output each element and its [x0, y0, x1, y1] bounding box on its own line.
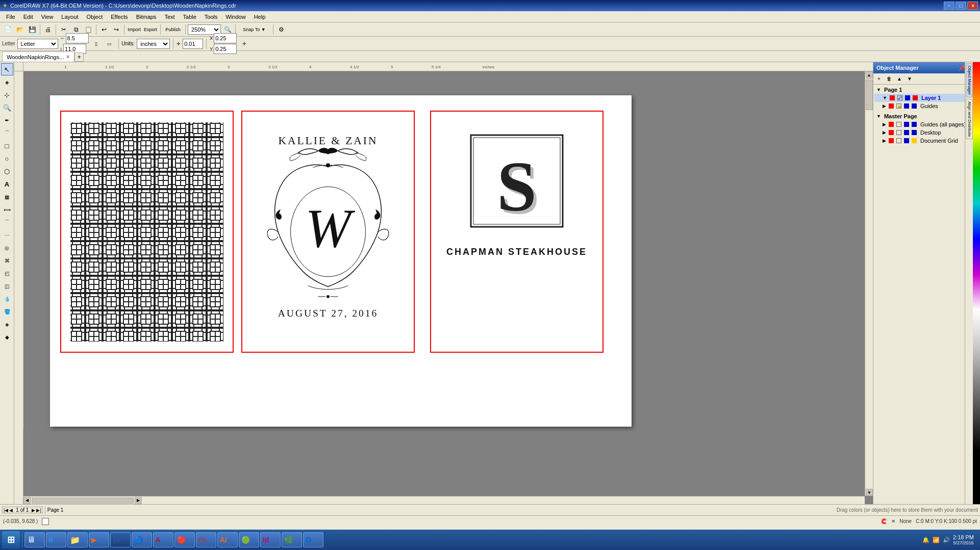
delete-layer-button[interactable]: 🗑: [885, 74, 894, 84]
blend-tool[interactable]: ⋯: [1, 229, 13, 241]
guides-all-item[interactable]: ▶ Guides (all pages): [874, 120, 972, 128]
ellipse-tool[interactable]: ○: [1, 152, 13, 165]
menu-text[interactable]: Text: [160, 13, 179, 21]
text-tool[interactable]: A: [1, 178, 13, 190]
menu-help[interactable]: Help: [250, 13, 270, 21]
docgrid-item[interactable]: ▶ Document Grid: [874, 137, 972, 145]
publish-button[interactable]: Publish: [163, 24, 183, 35]
coloreyedrop-tool[interactable]: 💧: [1, 293, 13, 305]
units-dropdown[interactable]: inches mm cm: [137, 39, 170, 49]
desktop-lock-icon[interactable]: [896, 130, 901, 135]
taskbar-network-icon[interactable]: 📶: [933, 537, 940, 543]
transparency-tool[interactable]: ◫: [1, 280, 13, 292]
docgrid-vis-icon[interactable]: [889, 138, 894, 143]
desktop-vis-icon[interactable]: [889, 130, 894, 135]
document-tab[interactable]: WoodenNapkinRings... ✕: [2, 51, 74, 62]
guides-lock-icon[interactable]: 🔒: [896, 103, 901, 109]
taskbar-illustrator[interactable]: Ai: [217, 532, 238, 547]
guides-item[interactable]: ▶ 🔒 Guides: [874, 102, 972, 110]
taskbar-adobe2[interactable]: Ps: [196, 532, 216, 547]
y-coord-input[interactable]: [214, 44, 237, 54]
layer1-print-icon[interactable]: [905, 95, 910, 100]
nudge-input[interactable]: [183, 39, 203, 49]
guides-all-lock-icon[interactable]: [896, 122, 901, 127]
taskbar-green2[interactable]: 🌿: [282, 532, 302, 547]
taskbar-files[interactable]: 📁: [67, 532, 88, 547]
redo-button[interactable]: ↪: [111, 24, 122, 35]
freehand-tool[interactable]: ✒: [1, 114, 13, 126]
page1-item[interactable]: ▼ Page 1: [874, 86, 972, 94]
page-width-input[interactable]: [66, 33, 89, 43]
menu-table[interactable]: Table: [179, 13, 200, 21]
crop-tool[interactable]: ⊹: [1, 89, 13, 101]
save-button[interactable]: 💾: [27, 24, 38, 35]
shadow-tool[interactable]: ◰: [1, 267, 13, 279]
print-button[interactable]: 🖨: [42, 24, 54, 35]
menu-object[interactable]: Object: [82, 13, 107, 21]
last-page-button[interactable]: ▶|: [36, 508, 41, 513]
master-page-item[interactable]: ▼ Master Page: [874, 112, 972, 120]
taskbar-green1[interactable]: 🟢: [239, 532, 259, 547]
taskbar-word[interactable]: W: [110, 532, 131, 547]
guides-vis-icon[interactable]: [889, 103, 894, 109]
menu-layout[interactable]: Layout: [57, 13, 82, 21]
layer1-item[interactable]: ▼ 🖊 Layer 1: [874, 94, 972, 102]
snaptogrid-button[interactable]: Snap To ▼: [238, 24, 271, 35]
move-up-button[interactable]: ▲: [895, 74, 904, 84]
x-coord-input[interactable]: [214, 33, 237, 43]
maximize-button[interactable]: □: [956, 2, 966, 10]
canvas-area[interactable]: 1 1 1/2 2 2 1/2 3 3 1/2 4 4 1/2 5 5 1/4 …: [14, 62, 873, 504]
contour-tool[interactable]: ◎: [1, 242, 13, 254]
taskbar-explorer[interactable]: 🖥: [24, 532, 45, 547]
desktop-item[interactable]: ▶ Desktop: [874, 128, 972, 137]
open-button[interactable]: 📂: [14, 24, 26, 35]
steakhouse-card[interactable]: S S CHAPMAN STEAKHOUSE: [430, 111, 604, 353]
apply-button[interactable]: ✛: [239, 38, 250, 49]
table-tool[interactable]: ▦: [1, 191, 13, 203]
menu-edit[interactable]: Edit: [19, 13, 37, 21]
menu-bitmaps[interactable]: Bitmaps: [132, 13, 161, 21]
page1-expand-icon[interactable]: ▼: [876, 87, 881, 92]
start-button[interactable]: ⊞: [2, 531, 20, 548]
next-page-button[interactable]: ▶: [32, 508, 35, 513]
obj-mgr-pin-button[interactable]: 📌: [959, 65, 965, 71]
connector-tool[interactable]: ⌒: [1, 216, 13, 228]
taskbar-clock[interactable]: 2:18 PM 5/27/2016: [953, 534, 974, 545]
taskbar-indesign[interactable]: Id: [260, 532, 281, 547]
taskbar-adobe1[interactable]: 🔴: [174, 532, 195, 547]
titlebar-controls[interactable]: − □ ✕: [944, 2, 978, 10]
zoom-tool[interactable]: 🔍: [1, 101, 13, 114]
taskbar-notification-area[interactable]: 🔔: [922, 537, 929, 543]
smart-fill-tool[interactable]: ◆: [1, 331, 13, 343]
color-palette-strip[interactable]: [973, 62, 980, 504]
import-button[interactable]: Import: [127, 24, 142, 35]
tab-close-button[interactable]: ✕: [66, 54, 70, 60]
portrait-button[interactable]: ▯: [91, 38, 102, 49]
docgrid-lock-icon[interactable]: [896, 138, 901, 143]
horizontal-scrollbar[interactable]: ◀ ▶: [23, 496, 865, 504]
paper-size-dropdown[interactable]: Letter: [17, 39, 58, 49]
align-tab[interactable]: Align and Distribute: [966, 99, 973, 139]
fill-tool[interactable]: 🪣: [1, 305, 13, 318]
taskbar-ie[interactable]: e: [46, 532, 66, 547]
prev-page-button[interactable]: ◀: [9, 508, 13, 513]
add-layer-button[interactable]: +: [874, 74, 884, 84]
menu-effects[interactable]: Effects: [107, 13, 132, 21]
greek-key-card[interactable]: [60, 111, 234, 353]
taskbar-sound-icon[interactable]: 🔊: [943, 537, 950, 543]
rectangle-tool[interactable]: □: [1, 140, 13, 152]
options-button[interactable]: ⚙: [275, 24, 287, 35]
taskbar-outlook[interactable]: O: [303, 532, 323, 547]
menu-tools[interactable]: Tools: [200, 13, 222, 21]
taskbar-chrome[interactable]: 🔵: [132, 532, 152, 547]
master-page-expand-icon[interactable]: ▼: [876, 114, 881, 119]
new-tab-button[interactable]: +: [74, 53, 84, 62]
layer1-expand-icon[interactable]: ▼: [883, 95, 887, 100]
guides-all-vis-icon[interactable]: [889, 122, 894, 127]
menu-view[interactable]: View: [37, 13, 58, 21]
object-manager-tab[interactable]: Object Manager: [966, 63, 973, 97]
minimize-button[interactable]: −: [944, 2, 954, 10]
taskbar-wmp[interactable]: ▶: [89, 532, 109, 547]
distort-tool[interactable]: ⌘: [1, 254, 13, 267]
smartdraw-tool[interactable]: ⌒: [1, 127, 13, 139]
